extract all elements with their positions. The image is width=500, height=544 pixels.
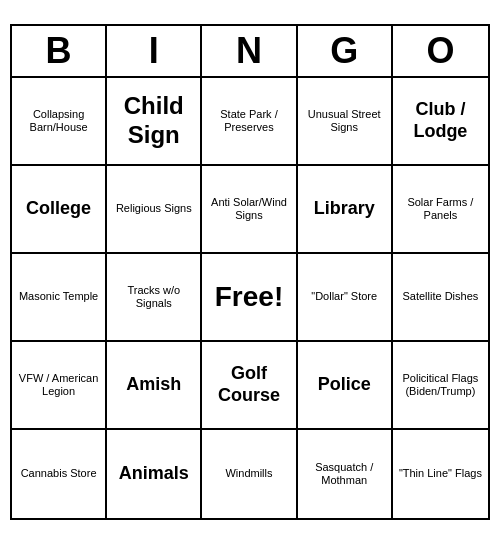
bingo-cell-20[interactable]: Cannabis Store xyxy=(12,430,107,518)
header-i: I xyxy=(107,26,202,76)
header-g: G xyxy=(298,26,393,76)
header-o: O xyxy=(393,26,488,76)
bingo-cell-9[interactable]: Solar Farms / Panels xyxy=(393,166,488,254)
bingo-cell-11[interactable]: Tracks w/o Signals xyxy=(107,254,202,342)
bingo-cell-8[interactable]: Library xyxy=(298,166,393,254)
bingo-cell-19[interactable]: Policitical Flags (Biden/Trump) xyxy=(393,342,488,430)
bingo-card: B I N G O Collapsing Barn/HouseChild Sig… xyxy=(10,24,490,520)
bingo-cell-0[interactable]: Collapsing Barn/House xyxy=(12,78,107,166)
bingo-cell-17[interactable]: Golf Course xyxy=(202,342,297,430)
bingo-cell-3[interactable]: Unusual Street Signs xyxy=(298,78,393,166)
bingo-cell-23[interactable]: Sasquatch / Mothman xyxy=(298,430,393,518)
bingo-header: B I N G O xyxy=(12,26,488,78)
bingo-cell-2[interactable]: State Park / Preserves xyxy=(202,78,297,166)
bingo-cell-4[interactable]: Club / Lodge xyxy=(393,78,488,166)
bingo-cell-14[interactable]: Satellite Dishes xyxy=(393,254,488,342)
bingo-cell-10[interactable]: Masonic Temple xyxy=(12,254,107,342)
bingo-cell-12[interactable]: Free! xyxy=(202,254,297,342)
bingo-cell-21[interactable]: Animals xyxy=(107,430,202,518)
bingo-cell-6[interactable]: Religious Signs xyxy=(107,166,202,254)
bingo-cell-22[interactable]: Windmills xyxy=(202,430,297,518)
bingo-cell-16[interactable]: Amish xyxy=(107,342,202,430)
bingo-cell-18[interactable]: Police xyxy=(298,342,393,430)
bingo-cell-5[interactable]: College xyxy=(12,166,107,254)
header-n: N xyxy=(202,26,297,76)
header-b: B xyxy=(12,26,107,76)
bingo-cell-7[interactable]: Anti Solar/Wind Signs xyxy=(202,166,297,254)
bingo-cell-1[interactable]: Child Sign xyxy=(107,78,202,166)
bingo-cell-24[interactable]: "Thin Line" Flags xyxy=(393,430,488,518)
bingo-cell-13[interactable]: "Dollar" Store xyxy=(298,254,393,342)
bingo-cell-15[interactable]: VFW / American Legion xyxy=(12,342,107,430)
bingo-grid: Collapsing Barn/HouseChild SignState Par… xyxy=(12,78,488,518)
